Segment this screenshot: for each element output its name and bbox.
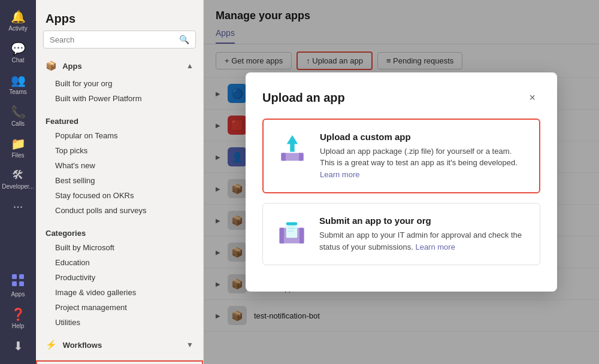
developer-icon: 🛠 [12, 168, 24, 182]
search-icon: 🔍 [179, 35, 189, 44]
svg-rect-5 [281, 153, 285, 160]
sidebar-item-utilities[interactable]: Utilities [36, 315, 203, 330]
sidebar-item-built-with-power[interactable]: Built with Power Platform [36, 91, 203, 106]
modal-overlay[interactable]: Upload an app × [204, 0, 599, 364]
search-input[interactable] [50, 35, 179, 44]
apps-section: 📦 Apps ▲ Built for your org Built with P… [36, 56, 203, 111]
sidebar-title: Apps [36, 0, 203, 31]
rail-item-files[interactable]: 📁 Files [0, 132, 36, 163]
workflows-label: Workflows [63, 341, 102, 350]
upload-custom-icon [277, 133, 308, 164]
apps-section-header[interactable]: 📦 Apps ▲ [36, 56, 203, 76]
workflows-icon: ⚡ [46, 339, 57, 350]
apps-section-label: Apps [62, 62, 82, 71]
rail-item-label: Chat [11, 57, 24, 63]
rail-item-teams[interactable]: 👥 Teams [0, 68, 36, 100]
rail-item-help[interactable]: ❓ Help [8, 302, 28, 334]
submit-org-icon [276, 217, 307, 248]
upload-custom-learn-more[interactable]: Learn more [320, 170, 359, 179]
rail-item-label: Activity [8, 25, 28, 32]
featured-title: Featured [36, 111, 203, 128]
sidebar-item-whats-new[interactable]: What's new [36, 158, 203, 173]
rail-item-calls[interactable]: 📞 Calls [0, 100, 36, 132]
upload-custom-app-card[interactable]: Upload a custom app Upload an app packag… [262, 119, 540, 194]
upload-custom-desc: Upload an app package (.zip file) for yo… [320, 145, 527, 181]
svg-rect-1 [19, 274, 24, 279]
rail-item-chat[interactable]: 💬 Chat [0, 37, 36, 68]
rail-item-label: Help [12, 323, 25, 329]
submit-org-card[interactable]: Submit an app to your org Submit an app … [262, 203, 540, 265]
workflows-chevron: ▼ [186, 341, 193, 349]
sidebar-item-best-selling[interactable]: Best selling [36, 173, 203, 188]
teams-icon: 👥 [11, 73, 26, 87]
files-icon: 📁 [11, 136, 26, 151]
submit-org-learn-more[interactable]: Learn more [415, 242, 455, 251]
sidebar-item-project-mgmt[interactable]: Project management [36, 300, 203, 315]
sidebar-item-popular-on-teams[interactable]: Popular on Teams [36, 128, 203, 143]
submit-org-desc: Submit an app to your IT admin for appro… [319, 229, 528, 253]
svg-rect-9 [280, 228, 284, 244]
svg-rect-6 [299, 153, 303, 160]
modal-header: Upload an app × [262, 89, 540, 107]
svg-rect-12 [288, 225, 296, 226]
sidebar-item-built-for-org[interactable]: Built for your org [36, 76, 203, 91]
upload-app-modal: Upload an app × [246, 72, 557, 292]
svg-rect-0 [12, 274, 17, 279]
manage-apps-button[interactable]: ⊞ Manage your apps [36, 360, 203, 364]
left-rail: 🔔 Activity 💬 Chat 👥 Teams 📞 Calls 📁 File… [0, 0, 36, 364]
submit-org-title: Submit an app to your org [319, 216, 528, 226]
submit-org-content: Submit an app to your org Submit an app … [319, 216, 528, 253]
rail-item-label: Files [11, 152, 24, 159]
categories-title: Categories [36, 223, 203, 240]
svg-marker-7 [287, 135, 298, 151]
chat-icon: 💬 [11, 41, 26, 56]
svg-rect-13 [288, 228, 296, 229]
modal-title: Upload an app [262, 91, 345, 105]
rail-item-activity[interactable]: 🔔 Activity [0, 5, 36, 37]
sidebar-item-stay-focused[interactable]: Stay focused on OKRs [36, 188, 203, 203]
more-icon: ··· [13, 199, 23, 213]
svg-rect-2 [12, 281, 17, 286]
submit-org-icon-container [275, 216, 308, 249]
rail-item-download[interactable]: ⬇ [8, 334, 28, 359]
upload-custom-title: Upload a custom app [320, 132, 527, 142]
featured-section: Featured Popular on Teams Top picks What… [36, 111, 203, 223]
upload-custom-app-content: Upload a custom app Upload an app packag… [320, 132, 527, 181]
upload-custom-icon-container [276, 132, 309, 165]
rail-item-label: Teams [9, 89, 26, 95]
sidebar-item-top-picks[interactable]: Top picks [36, 143, 203, 158]
download-icon: ⬇ [13, 339, 23, 353]
activity-icon: 🔔 [11, 10, 26, 24]
help-icon: ❓ [11, 307, 26, 321]
sidebar-item-education[interactable]: Education [36, 255, 203, 270]
svg-rect-14 [288, 230, 294, 232]
sidebar-item-productivity[interactable]: Productivity [36, 270, 203, 285]
svg-rect-15 [286, 223, 298, 226]
sidebar-bottom: ⊞ Manage your apps [36, 360, 203, 364]
workflows-header[interactable]: ⚡ Workflows ▼ [36, 335, 203, 355]
svg-rect-10 [300, 228, 304, 244]
rail-item-label: Calls [11, 120, 25, 127]
categories-section: Categories Built by Microsoft Education … [36, 223, 203, 335]
apps-icon [11, 274, 25, 290]
workflows-section: ⚡ Workflows ▼ [36, 335, 203, 360]
apps-section-icon: 📦 [46, 60, 57, 71]
sidebar-item-built-by-microsoft[interactable]: Built by Microsoft [36, 240, 203, 255]
rail-item-label: Apps [11, 291, 25, 298]
rail-item-label: Developer... [2, 183, 34, 190]
calls-icon: 📞 [11, 105, 26, 119]
modal-close-button[interactable]: × [524, 89, 540, 107]
rail-item-more[interactable]: ··· [0, 195, 36, 219]
sidebar: Apps 🔍 📦 Apps ▲ Built for your org Built… [36, 0, 204, 364]
sidebar-item-polls[interactable]: Conduct polls and surveys [36, 203, 203, 218]
svg-rect-3 [19, 281, 24, 286]
rail-item-apps[interactable]: Apps [8, 269, 28, 302]
search-bar[interactable]: 🔍 [43, 31, 196, 48]
main-content: Manage your apps Apps + Get more apps ↑ … [204, 0, 599, 364]
apps-section-chevron: ▲ [186, 62, 193, 70]
rail-item-developer[interactable]: 🛠 Developer... [0, 163, 36, 195]
sidebar-item-image-video[interactable]: Image & video galleries [36, 285, 203, 300]
